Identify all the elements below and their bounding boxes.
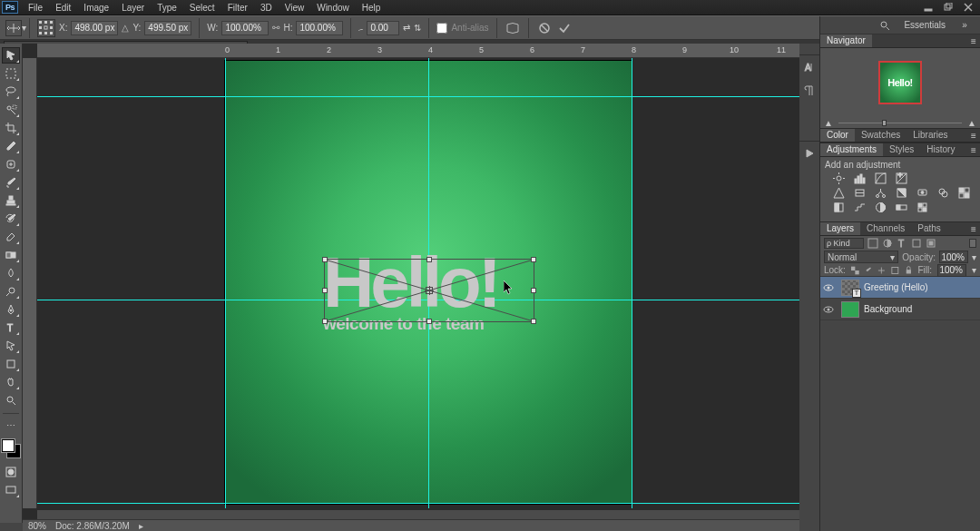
menu-select[interactable]: Select xyxy=(183,1,221,15)
filter-type-icon[interactable]: T xyxy=(897,238,907,249)
guide-vertical[interactable] xyxy=(225,58,226,508)
filter-shape-icon[interactable] xyxy=(911,238,922,249)
reference-point-icon[interactable] xyxy=(37,19,55,37)
path-select-tool-icon[interactable] xyxy=(2,338,20,354)
shape-tool-icon[interactable] xyxy=(2,356,20,372)
levels-adj-icon[interactable] xyxy=(853,172,866,183)
menu-view[interactable]: View xyxy=(279,1,311,15)
zoom-out-icon[interactable]: ▲ xyxy=(824,118,833,128)
actions-panel-icon[interactable] xyxy=(800,143,818,163)
history-brush-tool-icon[interactable] xyxy=(2,211,20,227)
panel-menu-icon[interactable]: ≡ xyxy=(967,34,980,47)
menu-help[interactable]: Help xyxy=(356,1,387,15)
curves-adj-icon[interactable] xyxy=(874,172,887,183)
layer-row[interactable]: T Greeting (Hello) xyxy=(820,277,980,299)
vertical-ruler[interactable] xyxy=(23,58,37,508)
filter-pixel-icon[interactable] xyxy=(867,238,878,249)
transform-handle[interactable] xyxy=(322,288,328,293)
vibrance-adj-icon[interactable] xyxy=(832,187,845,198)
search-icon[interactable] xyxy=(875,18,895,33)
tab-navigator[interactable]: Navigator xyxy=(820,34,872,47)
menu-3d[interactable]: 3D xyxy=(254,1,279,15)
horizontal-ruler[interactable]: 0 1 2 3 4 5 6 7 8 9 10 11 xyxy=(37,44,799,58)
tab-layers[interactable]: Layers xyxy=(820,222,860,235)
dodge-tool-icon[interactable] xyxy=(2,283,20,300)
tab-libraries[interactable]: Libraries xyxy=(906,129,954,142)
panel-menu-icon[interactable]: ≡ xyxy=(967,129,980,142)
filter-adjust-icon[interactable] xyxy=(882,238,893,249)
paragraph-panel-icon[interactable] xyxy=(800,81,818,101)
exposure-adj-icon[interactable]: + xyxy=(895,172,907,183)
visibility-toggle-icon[interactable] xyxy=(820,304,837,315)
threshold-adj-icon[interactable] xyxy=(874,202,887,212)
foreground-color-swatch[interactable] xyxy=(2,439,15,452)
zoom-in-icon[interactable]: ▲ xyxy=(967,118,976,128)
navigator-preview[interactable]: Hello! xyxy=(820,48,980,117)
tab-styles[interactable]: Styles xyxy=(883,143,920,156)
color-swatches[interactable] xyxy=(1,438,21,458)
move-tool-icon[interactable] xyxy=(2,47,20,64)
hue-sat-adj-icon[interactable] xyxy=(853,187,866,198)
menu-filter[interactable]: Filter xyxy=(221,1,254,15)
blur-tool-icon[interactable] xyxy=(2,265,20,281)
layer-filter-kind[interactable]: ρ Kind xyxy=(824,238,864,249)
h-field[interactable]: 100.00% xyxy=(296,21,343,35)
link-wh-icon[interactable]: ⚯ xyxy=(272,23,279,33)
fill-field[interactable]: 100% xyxy=(937,264,966,277)
collapse-panels-icon[interactable]: » xyxy=(955,18,975,33)
brush-tool-icon[interactable] xyxy=(2,174,20,191)
posterize-adj-icon[interactable] xyxy=(853,202,866,212)
shear-v-icon[interactable]: ⇅ xyxy=(414,23,421,33)
w-field[interactable]: 100.00% xyxy=(221,21,269,35)
workspace-label[interactable]: Essentials xyxy=(900,19,949,31)
color-lookup-adj-icon[interactable] xyxy=(957,187,970,198)
quick-mask-icon[interactable] xyxy=(2,464,20,480)
edit-toolbar-icon[interactable]: ⋯ xyxy=(2,417,20,433)
navigator-zoom-slider[interactable] xyxy=(838,123,962,123)
menu-image[interactable]: Image xyxy=(77,1,115,15)
transform-tool-icon[interactable]: ▾ xyxy=(5,20,22,36)
tab-paths[interactable]: Paths xyxy=(911,222,947,235)
layer-row[interactable]: Background xyxy=(820,299,980,320)
canvas-area[interactable]: Hello! welcome to the team xyxy=(37,58,799,508)
blend-mode-select[interactable]: Normal▾ xyxy=(824,251,898,263)
visibility-toggle-icon[interactable] xyxy=(820,282,837,293)
tab-history[interactable]: History xyxy=(920,143,961,156)
y-field[interactable]: 499.50 px xyxy=(144,21,191,35)
panel-menu-icon[interactable]: ≡ xyxy=(967,222,980,235)
opacity-field[interactable]: 100% xyxy=(939,251,968,263)
cancel-transform-icon[interactable] xyxy=(536,20,553,36)
tab-adjustments[interactable]: Adjustments xyxy=(820,143,883,156)
lock-all-icon[interactable] xyxy=(905,266,913,275)
filter-smart-icon[interactable] xyxy=(926,238,936,249)
menu-type[interactable]: Type xyxy=(151,1,183,15)
tab-channels[interactable]: Channels xyxy=(860,222,911,235)
window-close-icon[interactable] xyxy=(958,1,978,14)
photo-filter-adj-icon[interactable] xyxy=(916,187,928,198)
warp-mode-icon[interactable] xyxy=(505,20,521,36)
transform-handle[interactable] xyxy=(322,319,328,324)
panel-menu-icon[interactable]: ≡ xyxy=(967,143,980,156)
lock-position-icon[interactable] xyxy=(877,266,886,275)
swap-xy-icon[interactable]: △ xyxy=(122,23,129,33)
bw-adj-icon[interactable] xyxy=(895,187,907,198)
filter-toggle[interactable] xyxy=(969,239,976,248)
transform-pivot-icon[interactable] xyxy=(426,287,433,294)
lock-transparency-icon[interactable] xyxy=(851,266,859,275)
status-zoom[interactable]: 80% xyxy=(28,521,46,531)
tab-swatches[interactable]: Swatches xyxy=(855,129,906,142)
type-tool-icon[interactable]: T xyxy=(2,320,20,336)
marquee-tool-icon[interactable] xyxy=(2,65,20,82)
transform-handle[interactable] xyxy=(322,257,328,262)
x-field[interactable]: 498.00 px xyxy=(71,21,118,35)
lock-pixels-icon[interactable] xyxy=(865,266,873,275)
invert-adj-icon[interactable] xyxy=(832,202,845,212)
character-panel-icon[interactable]: A xyxy=(800,57,818,77)
crop-tool-icon[interactable] xyxy=(2,120,20,136)
angle-field[interactable]: 0.00 xyxy=(367,21,399,35)
transform-handle[interactable] xyxy=(531,319,536,324)
gradient-map-adj-icon[interactable] xyxy=(895,202,907,212)
window-minimize-icon[interactable] xyxy=(918,1,938,14)
zoom-tool-icon[interactable] xyxy=(2,392,20,408)
shear-h-icon[interactable]: ⇄ xyxy=(403,23,410,33)
